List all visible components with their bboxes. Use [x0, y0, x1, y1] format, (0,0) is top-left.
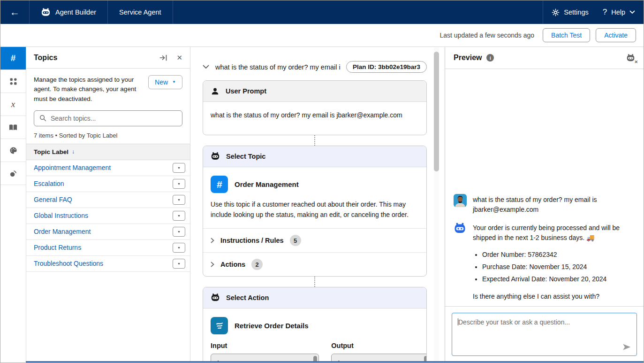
search-topics-input[interactable]: Search topics...: [34, 110, 182, 126]
signal-dish-icon: [9, 170, 17, 178]
table-row: General FAQ ▼: [26, 192, 190, 208]
palette-icon: [9, 147, 17, 154]
select-action-card: Select Action Retrieve Order Details: [203, 287, 427, 363]
send-icon: [621, 342, 632, 352]
topic-link[interactable]: Order Management: [34, 228, 91, 235]
action-name: Retrieve Order Details: [235, 322, 309, 330]
row-actions-button[interactable]: ▼: [173, 179, 185, 189]
user-prompt-text: what is the status of my order? my email…: [203, 102, 426, 135]
list-item: Purchase Date: November 15, 2024: [482, 262, 635, 272]
top-navbar: ← Agent Builder Service Agent Settings ?…: [0, 0, 644, 24]
topics-panel-header: Topics ✕: [26, 47, 190, 69]
gear-icon: [552, 8, 560, 16]
topic-link[interactable]: General FAQ: [34, 196, 72, 203]
agentforce-robot-icon: [211, 152, 220, 161]
navbar-spacer: [173, 0, 543, 24]
count-badge: 5: [290, 235, 301, 246]
user-message-text: what is the status of my order? my email…: [473, 194, 635, 215]
chevron-down-icon: [629, 10, 635, 14]
settings-button[interactable]: Settings: [552, 8, 588, 16]
row-actions-button[interactable]: ▼: [173, 243, 185, 253]
conversation-area: what is the status of my order? my email…: [445, 69, 644, 306]
sort-descending-icon: ↓: [72, 148, 75, 155]
agent-closing-text: Is there anything else I can assist you …: [473, 292, 635, 301]
row-actions-button[interactable]: ▼: [173, 227, 185, 237]
chat-input[interactable]: Describe your task or ask a question...: [452, 313, 637, 356]
collapse-panel-icon[interactable]: [159, 54, 168, 61]
topic-link[interactable]: Global Instructions: [34, 212, 88, 219]
book-icon: [9, 124, 17, 131]
search-placeholder: Search topics...: [51, 115, 96, 122]
row-actions-button[interactable]: ▼: [173, 259, 185, 269]
caret-down-icon: ▼: [172, 80, 176, 84]
user-prompt-card: User Prompt what is the status of my ord…: [203, 80, 427, 135]
select-action-card-header: Select Action: [203, 287, 426, 309]
select-topic-card: Select Topic # Order Management Use this…: [203, 146, 427, 277]
agent-name-tab[interactable]: Service Agent: [108, 0, 173, 24]
count-badge: 2: [251, 259, 263, 270]
row-actions-button[interactable]: ▼: [173, 195, 185, 205]
back-button[interactable]: ←: [0, 0, 30, 24]
topics-panel: Topics ✕ Manage the topics assigned to y…: [26, 47, 190, 363]
plan-canvas: what is the status of my order? my email…: [190, 47, 445, 363]
rail-item-knowledge[interactable]: [0, 116, 26, 139]
row-actions-button[interactable]: ▼: [173, 211, 185, 221]
rail-item-topics[interactable]: #: [0, 47, 26, 70]
rail-item-channels[interactable]: [0, 162, 26, 185]
table-row: Troubleshoot Questions ▼: [26, 256, 190, 272]
table-row: Escalation ▼: [26, 176, 190, 192]
chevron-right-icon: [211, 238, 214, 243]
send-button[interactable]: [621, 342, 632, 352]
action-bar: Last updated a few seconds ago Batch Tes…: [0, 24, 644, 47]
plan-utterance-text: what is the status of my order? my email…: [215, 63, 340, 71]
topic-label-column-header[interactable]: Topic Label ↓: [26, 144, 190, 160]
caret-down-icon: ▼: [177, 182, 181, 185]
agent-message-text: Your order is currently being processed …: [473, 223, 635, 243]
topic-icon: #: [211, 176, 228, 193]
last-updated-text: Last updated a few seconds ago: [439, 31, 534, 39]
flow-action-icon: [211, 317, 228, 334]
close-panel-icon[interactable]: ✕: [176, 54, 182, 62]
window-bottom-edge: [26, 361, 644, 363]
question-mark-icon: ?: [603, 8, 607, 17]
table-row: Order Management ▼: [26, 224, 190, 240]
batch-test-button[interactable]: Batch Test: [543, 28, 590, 42]
topic-description: Use this topic if a customer reached out…: [211, 200, 419, 220]
rail-item-variables[interactable]: x: [0, 93, 26, 116]
list-item: Order Number: 57862342: [482, 250, 635, 260]
app-title: Agent Builder: [30, 0, 108, 24]
app-name-label: Agent Builder: [55, 8, 96, 16]
topic-link[interactable]: Troubleshoot Questions: [34, 260, 103, 267]
caret-down-icon: ▼: [177, 214, 181, 217]
user-avatar: [454, 194, 467, 207]
chat-input-placeholder: Describe your task or ask a question...: [458, 318, 570, 326]
actions-expander[interactable]: Actions 2: [203, 252, 426, 276]
activate-button[interactable]: Activate: [596, 28, 636, 42]
caret-down-icon: ▼: [177, 246, 181, 249]
topic-link[interactable]: Product Returns: [34, 244, 81, 251]
new-topic-button[interactable]: New ▼: [148, 75, 182, 89]
order-details-list: Order Number: 57862342 Purchase Date: No…: [475, 250, 635, 284]
search-icon: [39, 115, 46, 122]
info-icon[interactable]: i: [486, 54, 494, 62]
variable-x-icon: x: [11, 99, 15, 109]
table-row: Global Instructions ▼: [26, 208, 190, 224]
help-menu[interactable]: ? Help: [603, 8, 635, 17]
preview-header: Preview i ✕: [445, 47, 644, 69]
caret-down-icon: ▼: [177, 166, 181, 170]
rail-item-apps[interactable]: [0, 70, 26, 93]
scrollbar-thumb[interactable]: [434, 52, 439, 171]
canvas-scrollbar[interactable]: [434, 47, 439, 363]
navbar-actions: Settings ? Help: [543, 0, 644, 24]
topic-link[interactable]: Appointment Management: [34, 164, 111, 171]
plan-header-row[interactable]: what is the status of my order? my email…: [203, 61, 427, 73]
rail-item-style[interactable]: [0, 139, 26, 162]
row-actions-button[interactable]: ▼: [173, 163, 185, 173]
end-conversation-icon[interactable]: ✕: [626, 54, 635, 62]
topic-link[interactable]: Escalation: [34, 180, 64, 187]
agent-message: Your order is currently being processed …: [454, 222, 635, 301]
table-row: Product Returns ▼: [26, 240, 190, 256]
instructions-expander[interactable]: Instructions / Rules 5: [203, 228, 426, 252]
topics-description: Manage the topics assigned to your agent…: [34, 75, 141, 104]
caret-down-icon: ▼: [177, 230, 181, 233]
